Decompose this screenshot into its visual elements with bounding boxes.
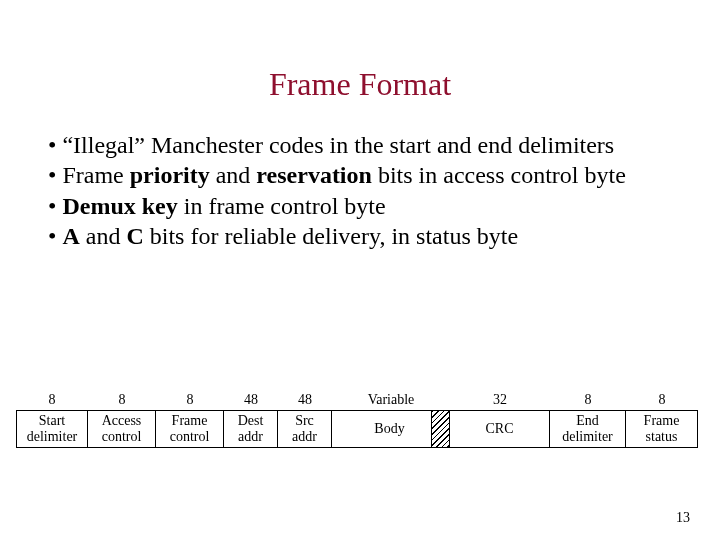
bullet-item: A and C bits for reliable delivery, in s… — [48, 222, 686, 250]
page-title: Frame Format — [34, 66, 686, 103]
field-size: 8 — [626, 390, 698, 410]
field-label: Frame status — [626, 410, 698, 448]
field-label: Access control — [88, 410, 156, 448]
field-size: 32 — [450, 390, 550, 410]
field-label-body: Body — [332, 410, 450, 448]
field-label: End delimiter — [550, 410, 626, 448]
bullet-text: and — [210, 162, 257, 188]
page-number: 13 — [676, 510, 690, 526]
field-size: 8 — [16, 390, 88, 410]
bullet-text: Frame — [62, 162, 129, 188]
variable-hatch-icon — [431, 411, 449, 447]
field-label: Body — [374, 421, 406, 437]
field-label: Src addr — [278, 410, 332, 448]
field-size: 48 — [224, 390, 278, 410]
bullet-bold: Demux key — [62, 193, 177, 219]
bullet-item: Demux key in frame control byte — [48, 192, 686, 220]
field-label: Dest addr — [224, 410, 278, 448]
field-label: Frame control — [156, 410, 224, 448]
field-sizes-row: 8 8 8 48 48 Variable 32 8 8 — [16, 390, 704, 410]
bullet-bold: A — [62, 223, 79, 249]
bullet-bold: C — [126, 223, 143, 249]
bullet-bold: priority — [130, 162, 210, 188]
bullet-list: “Illegal” Manchester codes in the start … — [34, 131, 686, 250]
field-size: 8 — [156, 390, 224, 410]
bullet-text: and — [80, 223, 127, 249]
bullet-text: bits in access control byte — [372, 162, 626, 188]
field-size: 8 — [88, 390, 156, 410]
field-label: Start delimiter — [16, 410, 88, 448]
bullet-item: Frame priority and reservation bits in a… — [48, 161, 686, 189]
frame-format-diagram: 8 8 8 48 48 Variable 32 8 8 Start delimi… — [16, 390, 704, 448]
bullet-text: in frame control byte — [178, 193, 386, 219]
field-label: CRC — [450, 410, 550, 448]
field-size: 8 — [550, 390, 626, 410]
bullet-text: bits for reliable delivery, in status by… — [144, 223, 518, 249]
bullet-item: “Illegal” Manchester codes in the start … — [48, 131, 686, 159]
field-size: 48 — [278, 390, 332, 410]
bullet-bold: reservation — [256, 162, 372, 188]
bullet-text: “Illegal” Manchester codes in the start … — [62, 132, 614, 158]
field-labels-row: Start delimiter Access control Frame con… — [16, 410, 704, 448]
field-size: Variable — [332, 390, 450, 410]
